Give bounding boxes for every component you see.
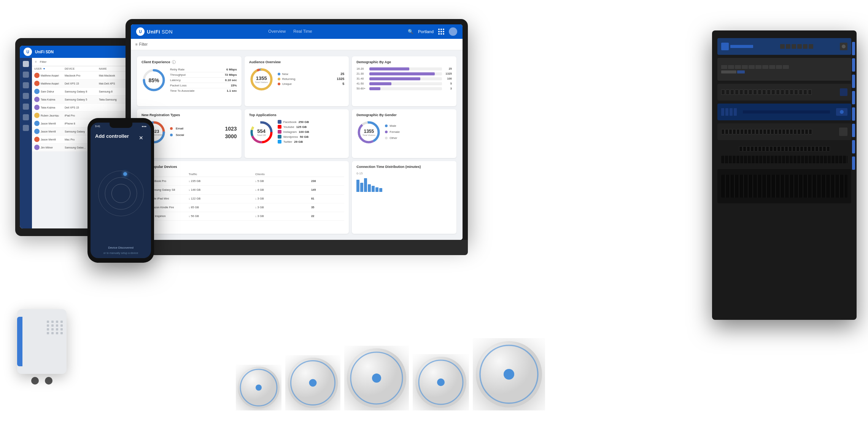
client-experience-title: Client Experience i — [141, 60, 237, 64]
user-avatar[interactable] — [449, 27, 457, 36]
toolbar: ≡ Filter — [131, 39, 463, 50]
device-row: Amazon Kindle Fire ↓ 85 GB ↓ 3 GB 35 — [141, 203, 344, 212]
outdoor-ap-device — [11, 309, 72, 385]
tab-realtime[interactable]: Real Time — [293, 29, 312, 34]
tablet-sidebar-icon-shield[interactable] — [23, 125, 29, 131]
client-score-value: 85% — [141, 68, 166, 93]
audience-donut: 1355 Total Visitors — [249, 67, 274, 92]
phone-time: 9:41 — [95, 125, 100, 128]
access-point-5: U — [473, 338, 545, 412]
audience-total: 1355 — [256, 75, 267, 81]
ap-connector-1 — [31, 377, 39, 385]
outdoor-ap-accent — [17, 317, 22, 366]
col-user: USER ▼ — [34, 67, 65, 70]
outdoor-ap-body — [17, 309, 67, 374]
filter-control[interactable]: ≡ Filter — [135, 42, 148, 46]
popular-devices-card: Most Popular Devices Traffic Clients — [137, 161, 349, 234]
connection-time-title: Connection Time Distribution (minutes) — [356, 165, 452, 169]
tablet-sidebar-icon-user[interactable] — [23, 82, 29, 88]
access-points-row: U U — [236, 338, 545, 412]
scene: U UniFi SDN — [0, 0, 868, 431]
instagram-icon — [278, 130, 281, 134]
devices-table: Traffic Clients MacBook Pro ↓ 235 GB ↓ 5… — [141, 172, 344, 221]
tablet-sidebar-icon-home[interactable] — [23, 61, 29, 67]
tablet-sidebar — [20, 58, 32, 228]
demographic-age-title: Demographic By Age — [356, 60, 452, 64]
demographic-age-bars: 16-2025 21-301325 31-40100 41-505 50-60+… — [356, 67, 452, 90]
device-row: Apple iPad Mini ↓ 122 GB ↓ 3 GB 81 — [141, 194, 344, 203]
connection-time-content: 0-15 — [356, 172, 452, 192]
phone-content: Add controller ✕ Device Discovered or to… — [91, 129, 151, 258]
col-traffic: Traffic — [187, 172, 254, 177]
ap-connector-2 — [45, 377, 52, 385]
outdoor-ap-grid — [47, 321, 64, 334]
app-wordpress: Wordpress — [283, 135, 298, 139]
stat-retry-val: 6 Mbps — [226, 68, 237, 71]
info-icon[interactable]: i — [172, 60, 176, 64]
demographic-gender-card: Demographic By Gender 1355 T — [352, 109, 456, 158]
rack-unit-1 — [717, 38, 851, 55]
phone-close-icon[interactable]: ✕ — [139, 135, 143, 141]
outdoor-ap-connectors — [11, 377, 72, 385]
rack-unit-3 — [717, 84, 851, 101]
stat-retry-label: Retry Rate — [170, 68, 184, 71]
header-tabs: Overview Real Time — [268, 29, 312, 34]
twitter-icon — [278, 140, 281, 144]
stat-packetloss-label: Packet Loss — [170, 84, 187, 87]
phone-device: 9:41 ●●● Add controller ✕ Device Discove… — [87, 118, 154, 263]
topapps-donut: 554 Total GB — [249, 120, 274, 145]
app-instagram: Instagram — [283, 130, 297, 134]
stat-throughput-label: Throughput — [170, 73, 186, 77]
rack-unit-6 — [717, 143, 851, 166]
tablet-sidebar-icon-chart[interactable] — [23, 72, 29, 78]
new-registration-title: New Registration Types — [141, 113, 237, 117]
svg-text:U: U — [507, 371, 511, 378]
app-twitter: Twitter — [283, 140, 293, 144]
search-icon[interactable]: 🔍 — [408, 29, 413, 34]
connection-time-card: Connection Time Distribution (minutes) 0… — [352, 161, 456, 234]
stat-latency-val: 0.10 sec — [225, 78, 237, 82]
phone-signal: ●●● — [141, 125, 146, 128]
rack-unit-5 — [717, 123, 851, 140]
access-point-1: U — [236, 365, 281, 412]
svg-text:U: U — [439, 380, 443, 385]
rack-unit-2 — [717, 58, 851, 81]
client-experience-card: Client Experience i 85% — [137, 56, 242, 106]
device-row: Dell Inspirion ↓ 56 GB ↓ 3 GB 22 — [141, 212, 344, 220]
col-clients: Clients — [254, 172, 310, 177]
top-applications-title: Top Applications — [249, 113, 345, 117]
tablet-sidebar-icon-network[interactable] — [23, 93, 29, 99]
access-point-2: U — [285, 355, 340, 412]
col-device: DEVICE — [65, 67, 99, 70]
audience-title: Audience Overview — [249, 60, 345, 64]
device-row: Samsung Galaxy S8 ↓ 146 GB ↓ 4 GB 145 — [141, 185, 344, 194]
tab-overview[interactable]: Overview — [268, 29, 286, 34]
rack-unit-4 — [717, 104, 851, 120]
stat-throughput-val: 72 Mbps — [225, 73, 237, 77]
tablet-sidebar-icon-building[interactable] — [23, 104, 29, 110]
unifi-app-title: UniFi SDN — [147, 29, 173, 35]
svg-text:U: U — [375, 375, 378, 381]
access-point-4: U — [413, 354, 469, 412]
stat-timetoa-label: Time To Associate — [170, 89, 194, 93]
top-apps-list: Facebook250 GB Youtube125 GB Instagram10… — [278, 120, 309, 145]
app-facebook: Facebook — [283, 120, 297, 124]
phone-manual-link[interactable]: or to manually setup a device — [95, 252, 146, 254]
filter-label: Filter — [139, 42, 148, 46]
client-score-donut: 85% — [141, 68, 166, 93]
rack-unit-7 — [717, 169, 851, 203]
tablet-sidebar-icon-bulb[interactable] — [23, 114, 29, 120]
header-right: 🔍 Portland — [408, 27, 457, 36]
svg-text:U: U — [311, 380, 315, 386]
app-youtube: Youtube — [283, 125, 294, 129]
demographic-gender-title: Demographic By Gender — [356, 113, 452, 117]
access-point-3: U — [344, 346, 409, 412]
stat-timetoa-val: 1.1 sec — [227, 89, 237, 93]
svg-text:U: U — [257, 386, 260, 390]
wordpress-icon — [278, 135, 281, 139]
youtube-icon — [278, 125, 281, 129]
grid-icon[interactable] — [438, 29, 444, 35]
facebook-icon — [278, 120, 281, 124]
gender-donut: 1355 Total Visitors — [356, 120, 381, 145]
tablet-filter-label[interactable]: Filter — [40, 60, 47, 64]
